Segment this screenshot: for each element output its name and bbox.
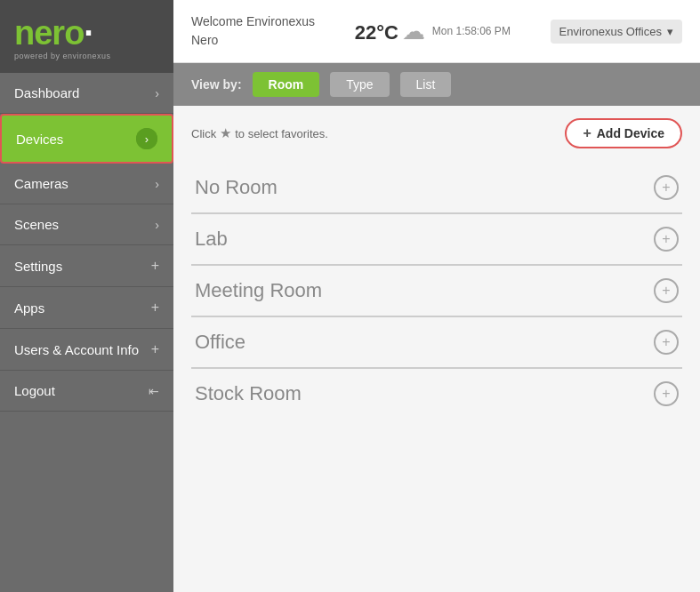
room-expand-button-office[interactable]: + [654, 330, 679, 355]
logo-area: nero· powered by environexus [0, 0, 173, 73]
sidebar-item-dashboard[interactable]: Dashboard› [0, 73, 173, 114]
room-expand-button-meeting-room[interactable]: + [654, 278, 679, 303]
room-expand-button-stock-room[interactable]: + [654, 381, 679, 406]
toolbar: View by: Room Type List [173, 63, 700, 106]
room-name-office: Office [195, 331, 245, 354]
header: Welcome Environexus Nero 22°C ☁ Mon 1:58… [173, 0, 700, 63]
logo: nero· [14, 16, 93, 50]
sidebar-item-label-users: Users & Account Info [14, 342, 139, 357]
room-name-stock-room: Stock Room [195, 382, 302, 405]
hint-text: Click ★ to select favorites. [191, 125, 328, 141]
add-device-button[interactable]: + Add Device [565, 118, 682, 148]
star-icon: ★ [220, 125, 231, 141]
welcome-text: Welcome Environexus Nero [191, 12, 315, 50]
hint-row: Click ★ to select favorites. + Add Devic… [191, 118, 682, 148]
cloud-icon: ☁ [402, 18, 425, 44]
sidebar-item-label-scenes: Scenes [14, 217, 59, 232]
sidebar-item-label-dashboard: Dashboard [14, 85, 79, 100]
sidebar-item-scenes[interactable]: Scenes› [0, 204, 173, 245]
sidebar-item-label-logout: Logout [14, 383, 55, 398]
room-item-stock-room[interactable]: Stock Room+ [191, 369, 682, 419]
sidebar-item-logout[interactable]: Logout⇤ [0, 371, 173, 412]
sidebar-item-label-apps: Apps [14, 300, 44, 316]
logo-sub: powered by environexus [14, 52, 111, 60]
room-expand-button-no-room[interactable]: + [654, 175, 679, 200]
sidebar-item-label-settings: Settings [14, 259, 62, 274]
plus-icon: + [151, 300, 159, 316]
room-expand-button-lab[interactable]: + [654, 227, 679, 252]
sidebar-item-label-cameras: Cameras [14, 176, 68, 191]
chevron-right-icon: › [155, 218, 159, 232]
sidebar-item-devices[interactable]: Devices› [0, 114, 173, 164]
plus-icon: + [151, 258, 159, 274]
location-label: Environexus Offices [559, 25, 662, 38]
logout-icon: ⇤ [149, 384, 159, 398]
view-by-type-button[interactable]: Type [330, 72, 389, 97]
sidebar-item-users[interactable]: Users & Account Info+ [0, 329, 173, 371]
room-name-meeting-room: Meeting Room [195, 279, 322, 302]
view-by-label: View by: [191, 77, 242, 92]
room-item-no-room[interactable]: No Room+ [191, 163, 682, 214]
sidebar-item-label-devices: Devices [16, 132, 63, 147]
sidebar-item-settings[interactable]: Settings+ [0, 245, 173, 287]
room-item-meeting-room[interactable]: Meeting Room+ [191, 266, 682, 317]
sidebar: nero· powered by environexus Dashboard›D… [0, 0, 173, 592]
content-area: Click ★ to select favorites. + Add Devic… [173, 106, 700, 592]
chevron-right-icon: › [155, 86, 159, 100]
chevron-right-icon: › [155, 177, 159, 191]
room-name-lab: Lab [195, 228, 228, 251]
main-content: Welcome Environexus Nero 22°C ☁ Mon 1:58… [173, 0, 700, 592]
room-name-no-room: No Room [195, 176, 278, 199]
location-selector[interactable]: Environexus Offices ▾ [551, 20, 682, 44]
add-plus-icon: + [583, 125, 591, 141]
view-list-button[interactable]: List [400, 72, 452, 97]
dropdown-arrow-icon: ▾ [667, 25, 673, 38]
sidebar-item-cameras[interactable]: Cameras› [0, 164, 173, 204]
add-device-label: Add Device [597, 126, 664, 140]
sidebar-item-apps[interactable]: Apps+ [0, 287, 173, 329]
temperature: 22°C [355, 21, 398, 44]
date-time: Mon 1:58:06 PM [432, 25, 511, 37]
room-item-office[interactable]: Office+ [191, 317, 682, 369]
rooms-list: No Room+Lab+Meeting Room+Office+Stock Ro… [191, 163, 682, 419]
view-type-button[interactable]: Room [253, 72, 320, 97]
chevron-right-icon: › [136, 128, 157, 149]
nav-list: Dashboard›Devices›Cameras›Scenes›Setting… [0, 73, 173, 412]
plus-icon: + [151, 341, 159, 357]
room-item-lab[interactable]: Lab+ [191, 214, 682, 266]
weather-info: 22°C ☁ Mon 1:58:06 PM [355, 18, 511, 45]
